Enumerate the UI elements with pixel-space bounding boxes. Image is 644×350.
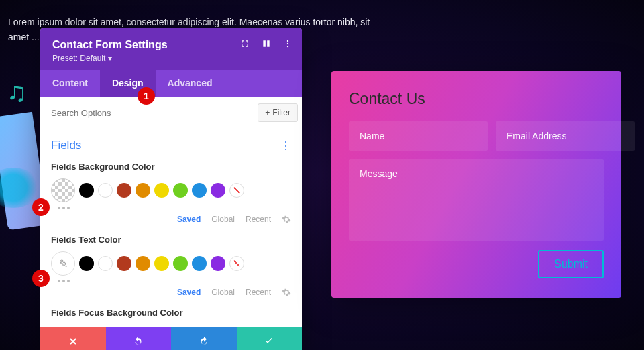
panel-preset[interactable]: Preset: Default ▾ <box>52 54 290 63</box>
filter-label: Filter <box>272 108 290 117</box>
field-text-color: Fields Text Color ✎ <box>40 231 302 286</box>
section-title: Fields <box>51 139 81 152</box>
svg-point-1 <box>287 43 288 44</box>
section-menu-icon[interactable]: ⋮ <box>280 139 291 152</box>
field-label: Fields Focus Background Color <box>51 308 291 318</box>
meta-row: Saved Global Recent <box>40 286 302 304</box>
search-input[interactable] <box>51 108 258 118</box>
meta-saved[interactable]: Saved <box>177 288 201 297</box>
swatch-red[interactable] <box>117 256 131 271</box>
contact-card: Contact Us Submit <box>331 71 621 298</box>
meta-recent[interactable]: Recent <box>246 215 271 224</box>
swatch-green[interactable] <box>173 183 188 198</box>
swatch-green[interactable] <box>173 256 188 271</box>
email-input[interactable] <box>496 121 635 151</box>
redo-button[interactable] <box>171 327 237 350</box>
cancel-button[interactable] <box>40 327 106 350</box>
swatch-blue[interactable] <box>192 256 207 271</box>
swatch-purple[interactable] <box>211 183 225 198</box>
badge-1: 1 <box>138 87 155 105</box>
tab-advanced[interactable]: Advanced <box>156 70 225 97</box>
column-icon[interactable] <box>262 39 271 48</box>
swatch-white[interactable] <box>98 183 113 198</box>
save-button[interactable] <box>237 327 303 350</box>
swatch-yellow[interactable] <box>154 183 169 198</box>
meta-row: Saved Global Recent <box>40 213 302 231</box>
gear-icon[interactable] <box>282 215 291 224</box>
meta-global[interactable]: Global <box>211 288 235 297</box>
name-input[interactable] <box>349 121 488 151</box>
settings-panel: Contact Form Settings Preset: Default ▾ … <box>40 28 302 350</box>
svg-point-0 <box>287 40 288 42</box>
tabs: Content Design Advanced <box>40 70 302 97</box>
kebab-icon[interactable] <box>283 39 292 48</box>
swatch-yellow[interactable] <box>154 256 169 271</box>
meta-saved[interactable]: Saved <box>177 215 201 224</box>
swatch-eyedropper[interactable]: ✎ <box>51 251 75 276</box>
message-input[interactable] <box>349 159 604 241</box>
submit-button[interactable]: Submit <box>538 250 604 278</box>
field-label: Fields Text Color <box>51 235 291 245</box>
svg-point-2 <box>287 46 288 47</box>
footer-bar <box>40 327 302 350</box>
field-bg-color: Fields Background Color <box>40 158 302 213</box>
swatch-current-checker[interactable] <box>51 178 75 202</box>
swatch-red[interactable] <box>117 183 131 198</box>
swatch-white[interactable] <box>98 256 113 271</box>
gear-icon[interactable] <box>282 288 291 297</box>
swatch-purple[interactable] <box>211 256 225 271</box>
field-label: Fields Background Color <box>51 162 291 172</box>
swatch-none[interactable] <box>229 256 244 271</box>
search-row: + Filter <box>40 97 302 129</box>
badge-2: 2 <box>32 198 50 216</box>
swatch-orange[interactable] <box>136 256 150 271</box>
music-note-decor: ♫ <box>7 77 27 107</box>
swatch-none[interactable] <box>229 183 244 198</box>
badge-3: 3 <box>32 270 50 287</box>
tab-content[interactable]: Content <box>40 70 100 97</box>
panel-header: Contact Form Settings Preset: Default ▾ <box>40 28 302 70</box>
card-title: Contact Us <box>349 90 604 108</box>
swatch-more-icon[interactable] <box>58 207 291 209</box>
field-focus-bg: Fields Focus Background Color <box>40 304 302 327</box>
swatch-black[interactable] <box>79 183 94 198</box>
meta-recent[interactable]: Recent <box>246 288 271 297</box>
swatch-black[interactable] <box>79 256 94 271</box>
swatch-orange[interactable] <box>136 183 150 198</box>
filter-button[interactable]: + Filter <box>258 103 298 122</box>
swatch-blue[interactable] <box>192 183 207 198</box>
meta-global[interactable]: Global <box>211 215 235 224</box>
expand-icon[interactable] <box>240 39 250 48</box>
undo-button[interactable] <box>106 327 172 350</box>
swatch-more-icon[interactable] <box>58 280 291 282</box>
